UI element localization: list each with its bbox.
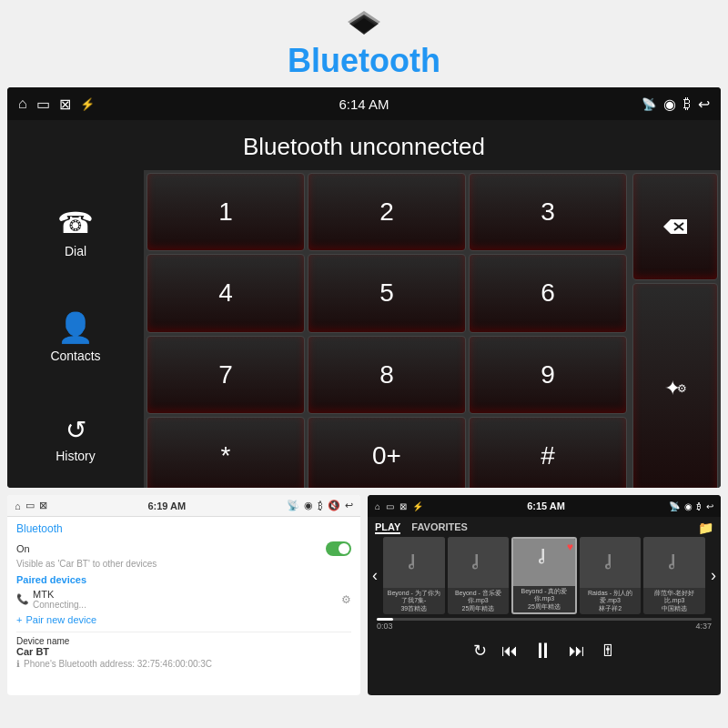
dialpad-hash[interactable]: # (469, 417, 627, 488)
bt-plus-icon: + (16, 614, 22, 625)
bt-panel-right-icons: 📡 ◉ ₿ 🔇 ↩ (287, 500, 353, 511)
music-home-icon[interactable]: ⌂ (375, 501, 380, 511)
music-location-icon[interactable]: ◉ (684, 501, 693, 511)
bt-paired-title: Paired devices (16, 574, 351, 585)
usb-icon[interactable]: ⚡ (80, 97, 95, 111)
bt-phone-small-icon: 📞 (16, 593, 29, 605)
album-art-1 (383, 537, 445, 588)
bt-pair-row[interactable]: + Pair new device (16, 612, 351, 628)
bt-device-name-section: Device name Car BT (16, 632, 351, 657)
bt-back-icon[interactable]: ↩ (345, 500, 353, 511)
dialpad-9[interactable]: 9 (469, 336, 627, 414)
bt-bt-icon[interactable]: ₿ (318, 500, 323, 511)
bt-home-icon[interactable]: ⌂ (15, 500, 21, 511)
repeat-button[interactable]: ↻ (473, 641, 487, 661)
back-icon[interactable]: ↩ (698, 96, 710, 113)
album-card-3[interactable]: ♥ Beyond - 真的爱你.mp325周年精选 (511, 537, 577, 614)
main-car-screen: ⌂ ▭ ⊠ ⚡ 6:14 AM 📡 ◉ ₿ ↩ Bluetooth unconn… (7, 87, 721, 488)
bt-address-label: Phone's Bluetooth address: 32:75:46:00:0… (24, 659, 212, 669)
dial-label: Dial (65, 244, 86, 258)
bt-settings-panel: ⌂ ▭ ⊠ 6:19 AM 📡 ◉ ₿ 🔇 ↩ Bluetooth On Vis… (7, 495, 360, 695)
music-cast-icon[interactable]: 📡 (669, 501, 680, 511)
music-status-time: 6:15 AM (527, 500, 565, 511)
play-pause-button[interactable]: ⏸ (532, 638, 554, 663)
progress-current: 0:03 (377, 622, 393, 631)
sidebar-item-contacts[interactable]: 👤 Contacts (50, 310, 100, 363)
status-left-icons: ⌂ ▭ ⊠ ⚡ (18, 96, 95, 113)
dialpad-4[interactable]: 4 (147, 254, 305, 332)
music-tabs: PLAY FAVORITES (375, 521, 468, 534)
bt-info-icon: ℹ (16, 659, 20, 669)
next-album-arrow[interactable]: › (708, 566, 719, 585)
music-bt-icon[interactable]: ₿ (697, 501, 702, 511)
close-box-icon[interactable]: ⊠ (59, 96, 71, 113)
album-card-1[interactable]: Beyond - 为了你为了我7集-39首精选 (383, 537, 445, 614)
bt-mute-icon[interactable]: 🔇 (328, 500, 340, 511)
person-icon: 👤 (57, 310, 94, 345)
bt-screen-icon[interactable]: ▭ (25, 500, 35, 511)
dialpad-8[interactable]: 8 (308, 336, 466, 414)
bt-status-text: Bluetooth unconnected (7, 120, 721, 170)
tab-favorites[interactable]: FAVORITES (411, 521, 468, 534)
prev-album-arrow[interactable]: ‹ (369, 566, 380, 585)
dialpad-right-col: ✦ ⚙ (630, 170, 721, 488)
bt-address-row: ℹ Phone's Bluetooth address: 32:75:46:00… (16, 659, 351, 669)
page-header: Bluetooth (0, 0, 728, 87)
music-back-icon[interactable]: ↩ (706, 501, 713, 511)
dialpad-7[interactable]: 7 (147, 336, 305, 414)
bt-panel-statusbar: ⌂ ▭ ⊠ 6:19 AM 📡 ◉ ₿ 🔇 ↩ (7, 495, 360, 517)
location-icon[interactable]: ◉ (663, 96, 676, 113)
bt-location-icon[interactable]: ◉ (304, 500, 313, 511)
bt-panel-time: 6:19 AM (147, 500, 186, 511)
dialpad-6[interactable]: 6 (469, 254, 627, 332)
album-card-5[interactable]: 薛范华-老好好比.mp3中国精选 (643, 537, 705, 614)
backspace-button[interactable] (632, 173, 718, 280)
folder-icon[interactable]: 📁 (698, 521, 713, 535)
tab-play[interactable]: PLAY (375, 521, 400, 534)
dialpad-0plus[interactable]: 0+ (308, 417, 466, 488)
album-card-2[interactable]: Beyond - 音乐爱你.mp325周年精选 (448, 537, 510, 614)
dialpad-1[interactable]: 1 (147, 173, 305, 251)
bt-cast-icon[interactable]: 📡 (287, 500, 299, 511)
bt-visible-text: Visible as 'Car BT' to other devices (16, 559, 351, 569)
bt-toggle[interactable] (326, 541, 351, 556)
screen-icon[interactable]: ▭ (36, 96, 50, 113)
cast-icon[interactable]: 📡 (642, 97, 656, 111)
dialpad-2[interactable]: 2 (308, 173, 466, 251)
next-button[interactable]: ⏭ (569, 642, 585, 661)
album-title-5: 薛范华-老好好比.mp3中国精选 (643, 588, 705, 614)
album-card-4[interactable]: Raidas - 别人的爱.mp3林子祥2 (580, 537, 642, 614)
dialpad-star[interactable]: * (147, 417, 305, 488)
sidebar-item-dial[interactable]: ☎ Dial (57, 206, 94, 258)
bt-close-icon[interactable]: ⊠ (39, 500, 47, 511)
contacts-label: Contacts (50, 349, 100, 363)
bt-device-name-value: Car BT (16, 646, 351, 657)
equalizer-button[interactable]: 🎚 (600, 642, 616, 661)
prev-button[interactable]: ⏮ (501, 642, 518, 661)
bluetooth-settings-button[interactable]: ✦ ⚙ (632, 283, 718, 488)
bt-device-gear-icon[interactable]: ⚙ (341, 593, 351, 606)
bt-breadcrumb[interactable]: Bluetooth (16, 522, 351, 535)
dialpad-5[interactable]: 5 (308, 254, 466, 332)
album-cards: Beyond - 为了你为了我7集-39首精选 Beyond - 音乐爱你.mp… (383, 537, 705, 614)
bt-panel-left-icons: ⌂ ▭ ⊠ (15, 500, 47, 511)
bluetooth-icon[interactable]: ₿ (683, 96, 691, 112)
music-usb-icon[interactable]: ⚡ (412, 501, 423, 511)
music-screen-icon[interactable]: ▭ (386, 501, 394, 511)
dialpad-3[interactable]: 3 (469, 173, 627, 251)
home-icon[interactable]: ⌂ (18, 96, 27, 112)
layered-diamonds-icon (346, 9, 382, 38)
bt-device-name: 📞 MTK Connecting... (16, 589, 86, 610)
bt-panel-content: Bluetooth On Visible as 'Car BT' to othe… (7, 517, 360, 674)
album-art-3: ♥ (513, 539, 575, 586)
music-panel: ⌂ ▭ ⊠ ⚡ 6:15 AM 📡 ◉ ₿ ↩ PLAY FAVORITES 📁… (368, 495, 721, 695)
bt-device-row: 📞 MTK Connecting... ⚙ (16, 587, 351, 612)
sidebar-item-history[interactable]: ↺ History (56, 415, 96, 463)
progress-total: 4:37 (695, 622, 712, 631)
history-icon: ↺ (66, 415, 86, 445)
music-albums: ‹ Beyond - 为了你为了我7集-39首精选 Beyond - 音乐爱你.… (368, 537, 721, 614)
music-close-icon[interactable]: ⊠ (399, 501, 407, 511)
svg-marker-4 (663, 219, 687, 234)
progress-bar-bg (377, 618, 712, 621)
status-time: 6:14 AM (339, 96, 389, 112)
